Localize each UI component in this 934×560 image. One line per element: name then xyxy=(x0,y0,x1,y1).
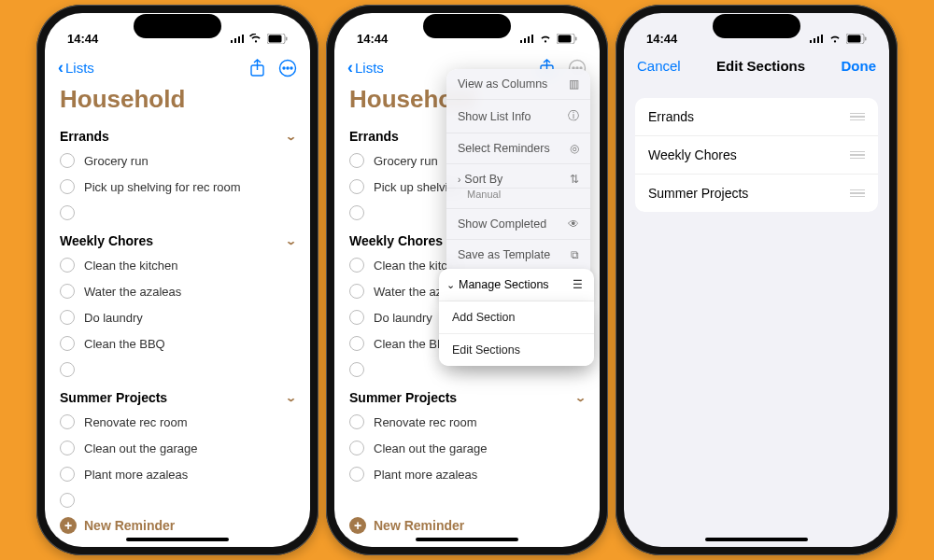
checkbox-icon[interactable] xyxy=(349,179,364,194)
nav-bar: ‹ Lists xyxy=(45,54,310,83)
checkbox-icon[interactable] xyxy=(349,284,364,299)
home-indicator[interactable] xyxy=(705,538,808,541)
columns-icon: ▥ xyxy=(569,77,579,91)
checkbox-icon[interactable] xyxy=(60,493,75,508)
checkbox-icon[interactable] xyxy=(349,258,364,273)
home-indicator[interactable] xyxy=(416,538,518,541)
section-header-summer[interactable]: Summer Projects ⌄ xyxy=(60,383,295,409)
reminder-text: Clean the BBQ xyxy=(84,337,165,351)
chevron-down-icon: ⌄ xyxy=(446,279,455,291)
reminder-text: Renovate rec room xyxy=(374,415,477,429)
checkbox-icon[interactable] xyxy=(60,284,75,299)
page-title: Edit Sections xyxy=(716,58,805,74)
checkbox-icon[interactable] xyxy=(349,362,364,377)
checkbox-icon[interactable] xyxy=(349,414,364,429)
svg-rect-26 xyxy=(817,36,819,43)
status-time: 14:44 xyxy=(646,32,677,46)
menu-item-save-template[interactable]: Save as Template⧉ xyxy=(446,240,590,270)
chevron-down-icon: ⌄ xyxy=(285,130,297,143)
share-icon[interactable] xyxy=(249,59,265,77)
checkbox-icon[interactable] xyxy=(349,153,364,168)
reminder-row[interactable] xyxy=(60,357,295,383)
checkbox-icon[interactable] xyxy=(60,205,75,220)
reminder-row[interactable]: Clean out the garage xyxy=(60,435,295,461)
submenu-item-edit-sections[interactable]: Edit Sections xyxy=(439,334,594,366)
checkbox-icon[interactable] xyxy=(349,310,364,325)
reminder-row[interactable] xyxy=(60,487,295,508)
wifi-icon xyxy=(249,34,262,43)
svg-rect-0 xyxy=(231,40,233,43)
select-icon: ◎ xyxy=(570,142,579,155)
checkbox-icon[interactable] xyxy=(349,467,364,482)
checkbox-icon[interactable] xyxy=(349,441,364,455)
reminder-row[interactable]: Water the azaleas xyxy=(60,278,295,304)
checkbox-icon[interactable] xyxy=(60,441,75,455)
ellipsis-circle-icon[interactable] xyxy=(278,59,297,77)
svg-rect-17 xyxy=(559,35,572,42)
section-edit-row[interactable]: Weekly Chores xyxy=(635,136,878,175)
menu-item-view-columns[interactable]: View as Columns▥ xyxy=(446,69,590,100)
checkbox-icon[interactable] xyxy=(60,336,75,351)
svg-rect-18 xyxy=(575,36,577,40)
menu-item-show-completed[interactable]: Show Completed👁 xyxy=(446,209,590,240)
reminder-row[interactable]: Clean the kitchen xyxy=(60,252,295,278)
back-button[interactable]: ‹ Lists xyxy=(347,58,384,77)
checkbox-icon[interactable] xyxy=(60,153,75,168)
reminder-row[interactable]: Renovate rec room xyxy=(349,409,585,435)
reminder-row[interactable]: Clean out the garage xyxy=(349,435,585,461)
reminder-row[interactable]: Do laundry xyxy=(60,304,295,330)
reminder-row[interactable]: Plant more azaleas xyxy=(60,461,295,487)
reminder-text: Water the azaleas xyxy=(84,285,181,299)
submenu-item-add-section[interactable]: Add Section xyxy=(439,301,594,334)
section-header-summer[interactable]: Summer Projects⌄ xyxy=(349,383,585,409)
reminder-row[interactable]: Pick up shelving for rec room xyxy=(60,174,295,200)
phone-frame: 14:44 ‹ Lists Household Errands Grocery … xyxy=(326,5,608,555)
svg-rect-30 xyxy=(865,36,867,40)
checkbox-icon[interactable] xyxy=(60,414,75,429)
reminder-row[interactable] xyxy=(60,200,295,226)
checkbox-icon[interactable] xyxy=(349,205,364,220)
menu-item-manage-sections[interactable]: ⌄Manage Sections ☰ xyxy=(439,269,594,301)
drag-handle-icon[interactable] xyxy=(850,151,865,160)
cancel-button[interactable]: Cancel xyxy=(637,58,681,74)
svg-point-11 xyxy=(290,67,292,69)
section-edit-row[interactable]: Summer Projects xyxy=(635,175,878,212)
checkbox-icon[interactable] xyxy=(60,258,75,273)
svg-rect-14 xyxy=(528,36,530,43)
context-menu: View as Columns▥ Show List Infoⓘ Select … xyxy=(446,69,590,365)
new-reminder-label: New Reminder xyxy=(84,518,175,533)
reminder-row[interactable]: Grocery run xyxy=(60,147,295,174)
home-indicator[interactable] xyxy=(126,538,229,541)
section-header-errands[interactable]: Errands ⌄ xyxy=(60,121,295,147)
checkbox-icon[interactable] xyxy=(60,467,75,482)
menu-item-show-list-info[interactable]: Show List Infoⓘ xyxy=(446,100,590,133)
sections-edit-list: Errands Weekly Chores Summer Projects xyxy=(635,98,878,212)
chevron-down-icon: ⌄ xyxy=(285,234,297,247)
plus-circle-icon: + xyxy=(349,517,366,534)
drag-handle-icon[interactable] xyxy=(850,189,865,198)
section-header-weekly[interactable]: Weekly Chores ⌄ xyxy=(60,226,295,252)
menu-item-sort-by[interactable]: ›Sort By ⇅ xyxy=(446,164,590,189)
checkbox-icon[interactable] xyxy=(60,310,75,325)
checkbox-icon[interactable] xyxy=(349,336,364,351)
chevron-down-icon: ⌄ xyxy=(574,391,587,404)
done-button[interactable]: Done xyxy=(841,58,876,74)
sort-icon: ⇅ xyxy=(570,173,579,186)
section-edit-row[interactable]: Errands xyxy=(635,98,878,136)
section-edit-label: Weekly Chores xyxy=(648,147,737,162)
checkbox-icon[interactable] xyxy=(60,179,75,194)
reminder-row[interactable]: Clean the BBQ xyxy=(60,330,295,357)
drag-handle-icon[interactable] xyxy=(850,113,865,121)
plus-circle-icon: + xyxy=(60,517,77,534)
svg-point-9 xyxy=(283,67,285,69)
reminder-row[interactable]: Renovate rec room xyxy=(60,409,295,435)
status-time: 14:44 xyxy=(67,32,98,46)
menu-item-select-reminders[interactable]: Select Reminders◎ xyxy=(446,133,590,164)
checkbox-icon[interactable] xyxy=(60,362,75,377)
back-button[interactable]: ‹ Lists xyxy=(58,58,94,77)
section-name: Summer Projects xyxy=(349,390,457,405)
chevron-left-icon: ‹ xyxy=(347,58,353,77)
reminder-text: Renovate rec room xyxy=(84,415,188,429)
battery-icon xyxy=(557,34,577,44)
reminder-row[interactable]: Plant more azaleas xyxy=(349,461,585,487)
